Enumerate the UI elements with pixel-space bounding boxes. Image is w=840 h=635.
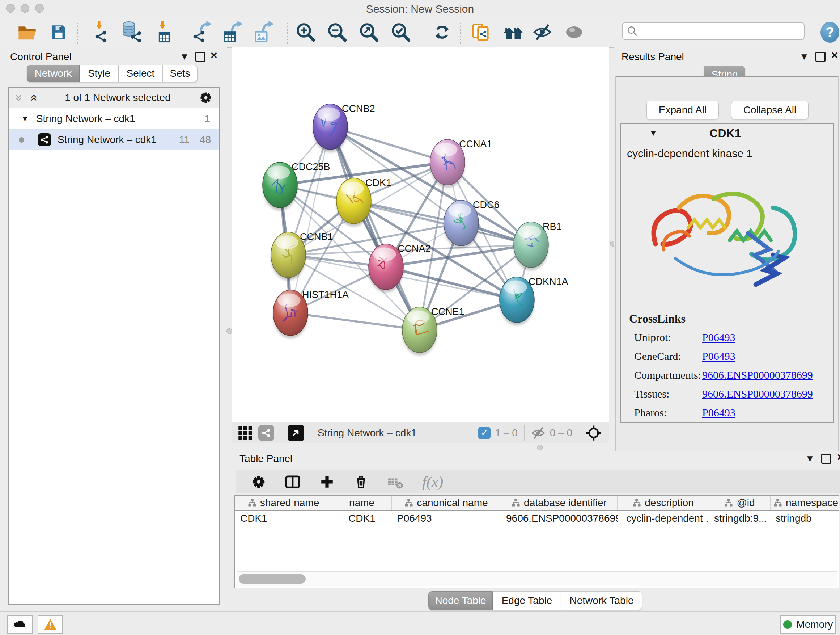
first-neighbors-button[interactable] [502,21,524,43]
documents-network-icon [471,22,491,42]
cell-name[interactable]: CDK1 [332,511,392,526]
results-panel-close-button[interactable]: × [831,50,838,60]
open-in-new-window-button[interactable] [287,424,304,441]
cell-database-identifier[interactable]: 9606.ENSP00000378699 [501,511,617,526]
crosslink-value[interactable]: P06493 [702,407,736,419]
cytoscape-window: Session: New Session [0,0,840,635]
control-panel-menu-button[interactable]: ▼ [180,52,189,61]
cell-description[interactable]: cyclin-dependent ... [617,511,709,526]
crosslinks-section: CrossLinks Uniprot: P06493 GeneCard: P06… [621,310,833,419]
table-panel-close-button[interactable]: × [837,452,840,462]
network-row[interactable]: String Network – cdk1 11 48 [9,129,219,150]
zoom-in-button[interactable] [295,21,317,43]
import-network-button[interactable] [88,21,112,43]
help-button[interactable]: ? [820,21,840,43]
tab-sets[interactable]: Sets [163,65,197,82]
eye-slash-icon [532,22,552,42]
export-image-button[interactable] [253,21,276,43]
cell-id[interactable]: stringdb:9... [709,511,771,526]
warning-icon [44,618,57,631]
table-panel: Table Panel ▼ × f(x) shared name name ca… [232,451,840,611]
network-view-title: String Network – cdk1 [317,427,417,439]
tree-expander-icon[interactable]: ▼ [21,114,29,124]
crosslink-value[interactable]: P06493 [702,350,736,363]
network-overview-button[interactable] [258,425,274,441]
cell-shared-name[interactable]: CDK1 [235,511,332,526]
selected-checkbox-icon[interactable]: ✓ [478,427,491,439]
column-header-database-identifier[interactable]: database identifier [501,496,617,510]
export-table-button[interactable] [221,21,245,43]
collapse-all-networks-icon[interactable]: » [16,95,24,101]
zoom-out-icon [327,22,347,42]
warnings-button[interactable] [38,616,63,633]
export-network-button[interactable] [191,21,214,43]
show-all-button[interactable] [563,21,585,43]
search-input[interactable] [641,25,804,37]
cloud-status-button[interactable] [7,616,33,633]
column-header-shared-name[interactable]: shared name [235,496,332,510]
save-session-button[interactable] [48,21,69,43]
open-session-button[interactable] [16,21,38,43]
horizontal-splitter-handle[interactable] [537,445,543,450]
table-panel-menu-button[interactable]: ▼ [805,454,815,463]
table-panel-title: Table Panel [240,453,292,464]
svg-text:CCNA2: CCNA2 [398,243,431,254]
apply-layout-button[interactable] [431,21,453,43]
show-columns-icon[interactable] [285,474,301,490]
tab-edge-table[interactable]: Edge Table [493,591,561,610]
results-panel-float-button[interactable] [815,52,826,62]
import-table-button[interactable] [151,21,174,43]
birds-eye-grid-icon[interactable] [238,426,253,440]
tab-style[interactable]: Style [80,65,118,82]
control-panel-close-button[interactable]: × [210,50,218,60]
crosslink-value[interactable]: 9606.ENSP00000378699 [702,369,813,381]
selected-count: 1 – 0 [495,427,517,439]
import-network-from-database-button[interactable] [119,21,143,43]
control-panel-float-button[interactable] [195,52,205,62]
crosshair-icon[interactable] [586,425,602,441]
svg-text:CDC6: CDC6 [473,200,500,211]
table-toolbar: f(x) [236,470,840,494]
tab-network-table[interactable]: Network Table [561,591,642,610]
table-row[interactable]: CDK1 CDK1 P06493 9606.ENSP00000378699 cy… [235,511,838,526]
zoom-out-button[interactable] [326,21,348,43]
column-header-description[interactable]: description [617,496,709,510]
results-panel-title: Results Panel [622,51,684,63]
zoom-fit-button[interactable] [358,21,380,43]
network-canvas[interactable]: CCNB2CCNA1CDC25BCDK1CDC6RB1CCNB1CCNA2CDK… [232,48,609,422]
crosslink-value[interactable]: P06493 [702,331,736,344]
hide-selected-button[interactable] [531,21,554,43]
column-header-namespace[interactable]: namespace [771,496,838,510]
crosslink-value[interactable]: 9606.ENSP00000378699 [702,388,813,400]
expand-all-networks-icon[interactable]: » [29,95,36,101]
new-network-from-selection-button[interactable] [470,21,492,43]
column-header-name[interactable]: name [332,496,392,510]
cell-canonical-name[interactable]: P06493 [392,511,501,526]
column-header-id[interactable]: @id [709,496,771,510]
zoom-in-icon [296,22,316,42]
node-details-header[interactable]: ▼ CDK1 [621,124,833,143]
table-settings-gear-icon[interactable] [251,475,266,489]
table-horizontal-scrollbar[interactable] [237,571,837,586]
network-collection-row[interactable]: ▼ String Network – cdk1 1 [9,108,219,129]
expand-all-button[interactable]: Expand All [646,101,719,119]
tab-select[interactable]: Select [118,65,163,82]
scrollbar-thumb[interactable] [239,574,306,584]
crosslink-label: GeneCard: [634,350,702,363]
results-panel-menu-button[interactable]: ▼ [799,52,809,61]
column-header-canonical-name[interactable]: canonical name [392,496,501,510]
collapse-all-button[interactable]: Collapse All [731,101,808,119]
search-field[interactable] [622,22,805,40]
tab-network[interactable]: Network [27,65,80,82]
zoom-selected-button[interactable] [390,21,412,43]
delete-column-icon[interactable] [354,474,369,489]
tab-node-table[interactable]: Node Table [428,591,493,610]
cell-namespace[interactable]: stringdb [771,511,838,526]
table-panel-float-button[interactable] [821,454,831,464]
add-column-icon[interactable] [319,474,335,489]
table-tabs: Node Table Edge Table Network Table [428,591,642,610]
gear-icon[interactable] [199,91,212,104]
collapse-section-icon[interactable]: ▼ [649,128,657,138]
memory-button[interactable]: Memory [780,616,836,633]
node-details-card: ▼ CDK1 cyclin-dependent kinase 1 [621,123,834,423]
